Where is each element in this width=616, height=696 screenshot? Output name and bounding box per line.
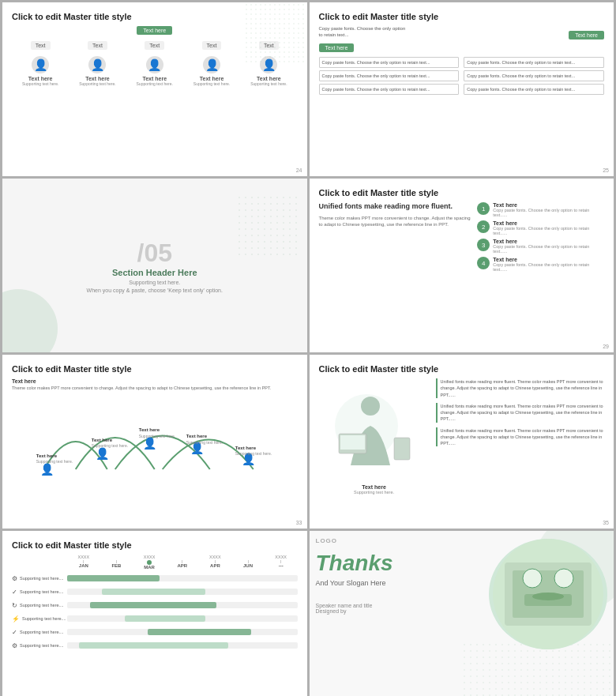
month-jun: JUN xyxy=(243,563,253,568)
slide-2-title: Click to edit Master title style xyxy=(319,12,605,21)
slide-3-number-display: /05 xyxy=(137,239,172,268)
slide-1: Click to edit Master title style Text he… xyxy=(2,2,307,176)
slide-8-content: LOGO Thanks And Your Slogan Here Speaker… xyxy=(310,531,614,620)
slide-1-number: 24 xyxy=(296,167,302,173)
slide-7-gantt: XXXX XXXX XXXX XXXX JAN FEB xyxy=(12,555,298,651)
svg-text:Supporting text here.: Supporting text here. xyxy=(92,443,128,448)
slide-4-left: Unified fonts make reading more fluent. … xyxy=(319,202,471,272)
slide-4-content: Unified fonts make reading more fluent. … xyxy=(319,202,605,272)
slide-1-green-btn[interactable]: Text here xyxy=(137,26,172,35)
slide-2-box-4: Copy paste fonts. Choose the only option… xyxy=(464,57,604,68)
svg-text:Supporting text here.: Supporting text here. xyxy=(36,459,73,464)
slide-8-dots xyxy=(461,641,614,696)
svg-text:👤: 👤 xyxy=(96,447,110,461)
slide-6-block-2-text: Unified fonts make reading more fluent. … xyxy=(441,403,605,423)
month-apr1: APR xyxy=(177,563,187,568)
person-1-label: Text here xyxy=(28,76,53,81)
slide-6-content: Text here Supporting text here. Unified … xyxy=(319,378,605,495)
num-item-4: 4 Text here Copy paste fonts. Choose the… xyxy=(477,257,604,272)
gantt-bar-1 xyxy=(67,575,160,581)
slide-5-number: 33 xyxy=(296,520,302,525)
gantt-bar-area-6 xyxy=(67,642,298,649)
slide-6: Click to edit Master title style xyxy=(310,355,614,529)
gantt-bar-6 xyxy=(79,642,228,649)
gantt-icon-2: ✓ xyxy=(12,589,17,596)
gantt-bar-area-5 xyxy=(67,629,298,635)
num-item-1: 1 Text here Copy paste fonts. Choose the… xyxy=(477,202,604,217)
person-1: 👤 Text here Supporting text here. xyxy=(22,56,58,86)
slide-3-supporting: Supporting text here. xyxy=(129,280,180,285)
person-3-icon: 👤 xyxy=(146,56,163,73)
gantt-label-3: ↻ Supporting text here.... xyxy=(12,602,67,609)
num-text-4: Text here Copy paste fonts. Choose the o… xyxy=(493,257,604,272)
gantt-icon-1: ⚙ xyxy=(12,575,17,582)
num-circle-2: 2 xyxy=(477,220,490,233)
slide-4-para: Theme color makes PPT more convenient to… xyxy=(319,215,471,228)
gantt-bar-4 xyxy=(125,615,205,622)
tab-2[interactable]: Text xyxy=(88,41,107,50)
gantt-header-4 xyxy=(166,555,199,559)
slide-6-title: Click to edit Master title style xyxy=(319,364,605,374)
person-5-sub: Supporting text here. xyxy=(250,81,287,86)
gantt-row-2: ✓ Supporting text here.... xyxy=(12,586,298,597)
slide-2-box-3: Copy paste fonts. Choose the only option… xyxy=(319,84,460,95)
slide-2-main-text: Copy paste fonts. Choose the only option xyxy=(319,26,406,31)
slide-6-block-1: Unified fonts make reading more fluent. … xyxy=(436,378,605,398)
month-feb: FEB xyxy=(111,563,121,568)
gantt-row-3: ↻ Supporting text here.... xyxy=(12,600,298,611)
gantt-label-4: ⚡ Supporting text here.... xyxy=(12,615,67,623)
gantt-bar-2 xyxy=(102,589,205,595)
month-apr2: APR xyxy=(210,563,220,568)
slide-8-thanks: Thanks xyxy=(316,551,608,576)
svg-rect-19 xyxy=(394,438,410,460)
slide-4-bold: Unified fonts make reading more fluent. xyxy=(319,202,471,212)
gantt-icon-4: ⚡ xyxy=(12,615,20,623)
gantt-label-6: ⚙ Supporting text here.... xyxy=(12,642,67,649)
gantt-header-1: XXXX xyxy=(67,555,100,559)
slide-2-col-right: Copy paste fonts. Choose the only option… xyxy=(464,57,604,97)
month-jan: JAN xyxy=(79,563,88,568)
slide-5-svg: 👤 👤 👤 👤 👤 Text here Text here Text here … xyxy=(12,398,298,477)
slide-7: Click to edit Master title style XXXX XX… xyxy=(2,531,307,696)
slide-2-green-btn-right[interactable]: Text here xyxy=(569,31,604,40)
tab-4[interactable]: Text xyxy=(202,41,222,50)
person-1-icon: 👤 xyxy=(32,56,49,73)
person-5-label: Text here xyxy=(257,76,281,81)
gantt-header-3: XXXX xyxy=(133,555,166,559)
gantt-icon-6: ⚙ xyxy=(12,642,17,649)
person-4: 👤 Text here Supporting text here. xyxy=(193,56,230,86)
slide-2-green-btn-left[interactable]: Text here xyxy=(319,43,355,52)
slide-6-block-3-text: Unified fonts make reading more fluent. … xyxy=(441,427,605,447)
person-2-icon: 👤 xyxy=(88,56,106,73)
slide-2-sub-text: to retain text... xyxy=(319,32,406,37)
gantt-label-5: ✓ Supporting text here.... xyxy=(12,629,67,636)
num-circle-1: 1 xyxy=(477,202,490,215)
gantt-icon-5: ✓ xyxy=(12,629,17,636)
gantt-bar-area-2 xyxy=(67,589,298,595)
tab-1[interactable]: Text xyxy=(31,41,51,50)
slide-4: Click to edit Master title style Unified… xyxy=(310,179,614,352)
slide-4-number: 29 xyxy=(603,344,609,349)
slides-grid: Click to edit Master title style Text he… xyxy=(0,0,616,696)
gantt-row-1: ⚙ Supporting text here.... xyxy=(12,573,298,584)
slide-2-box-5: Copy paste fonts. Choose the only option… xyxy=(464,70,604,81)
month-end: --- xyxy=(279,563,284,568)
num-circle-3: 3 xyxy=(477,239,490,251)
tab-3[interactable]: Text xyxy=(145,41,164,50)
svg-text:👤: 👤 xyxy=(40,463,54,476)
slide-8-logo: LOGO xyxy=(316,537,608,544)
month-mar: MAR xyxy=(144,565,155,570)
gantt-header-2 xyxy=(100,555,133,559)
gantt-bar-area-4 xyxy=(67,615,298,622)
person-3-sub: Supporting text here. xyxy=(137,81,173,86)
slide-2: Click to edit Master title style Copy pa… xyxy=(310,2,614,176)
slide-6-block-1-text: Unified fonts make reading more fluent. … xyxy=(441,378,605,398)
person-4-icon: 👤 xyxy=(203,56,220,73)
slide-6-bottom-sub: Supporting text here. xyxy=(354,490,394,495)
svg-text:Text here: Text here xyxy=(139,427,160,432)
gantt-header-6 xyxy=(231,555,265,559)
slide-6-left: Text here Supporting text here. xyxy=(319,378,430,495)
person-4-label: Text here xyxy=(200,76,224,81)
slide-4-title: Click to edit Master title style xyxy=(319,188,605,198)
svg-text:Text here: Text here xyxy=(186,434,208,438)
